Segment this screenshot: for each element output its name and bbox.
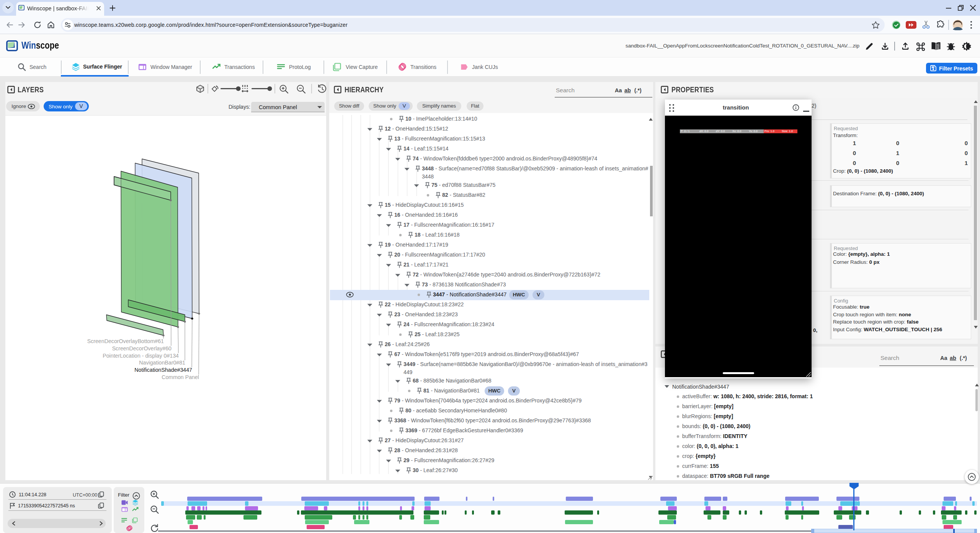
svg-text:ScreenDecorOverlayBottom#61: ScreenDecorOverlayBottom#61: [87, 338, 164, 344]
svg-text:NotificationShade#3447: NotificationShade#3447: [134, 367, 192, 373]
svg-text:Common Panel: Common Panel: [162, 374, 199, 380]
svg-text:ScreenDecorOverlay#60: ScreenDecorOverlay#60: [112, 345, 172, 352]
svg-text:PointerLocation - display 0#13: PointerLocation - display 0#134: [103, 353, 179, 359]
svg-text:NavigationBar0#81: NavigationBar0#81: [139, 360, 185, 366]
